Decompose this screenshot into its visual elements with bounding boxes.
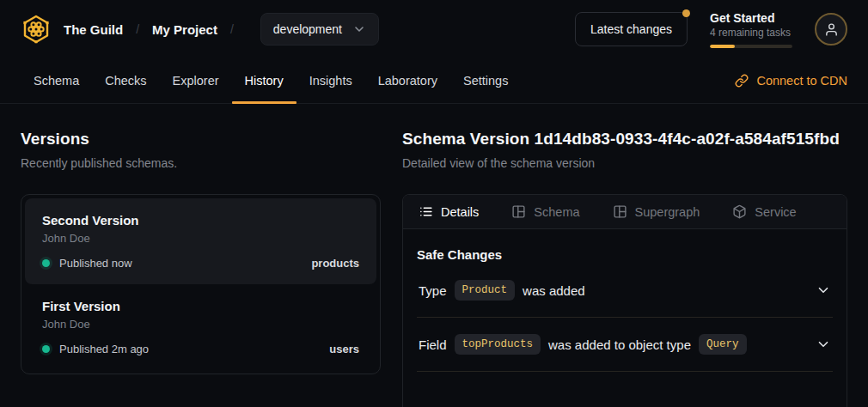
link-icon	[735, 74, 749, 88]
versions-title: Versions	[21, 130, 381, 149]
detail-tab-supergraph[interactable]: Supergraph	[613, 204, 700, 219]
service-tag: products	[311, 257, 359, 270]
get-started-widget[interactable]: Get Started 4 remaining tasks	[710, 11, 792, 48]
detail-tab-label: Schema	[534, 205, 579, 219]
version-title: Second Version	[42, 213, 359, 228]
chevron-down-icon[interactable]	[816, 337, 831, 352]
get-started-title: Get Started	[710, 11, 792, 25]
tab-insights[interactable]: Insights	[296, 58, 365, 103]
notification-dot	[682, 9, 690, 17]
schema-version-title: Schema Version 1d14db83-0933-4f4c-a02f-a…	[402, 130, 847, 149]
tab-laboratory[interactable]: Laboratory	[365, 58, 450, 103]
latest-changes-button[interactable]: Latest changes	[575, 12, 688, 46]
tab-settings[interactable]: Settings	[450, 58, 521, 103]
connect-to-cdn-link[interactable]: Connect to CDN	[735, 58, 847, 103]
detail-tab-service[interactable]: Service	[732, 204, 796, 219]
project-breadcrumb[interactable]: My Project	[152, 22, 217, 37]
org-breadcrumb[interactable]: The Guild	[64, 22, 123, 37]
tab-explorer[interactable]: Explorer	[160, 58, 232, 103]
target-selector-value: development	[273, 22, 342, 36]
version-list-item[interactable]: Second Version John Doe Published now pr…	[25, 198, 376, 284]
change-text: Field	[419, 337, 447, 352]
list-icon	[419, 204, 433, 219]
breadcrumb-separator: /	[230, 22, 234, 36]
published-time: Published now	[59, 257, 132, 270]
change-text: was added	[523, 283, 585, 298]
published-time: Published 2m ago	[59, 343, 149, 355]
user-icon	[824, 22, 839, 37]
target-nav: Schema Checks Explorer History Insights …	[0, 58, 868, 104]
tab-schema[interactable]: Schema	[21, 58, 92, 103]
version-author: John Doe	[42, 318, 359, 331]
published-status-dot	[42, 345, 50, 353]
chevron-down-icon	[352, 22, 366, 36]
detail-tab-label: Service	[755, 205, 796, 219]
service-tag: users	[329, 343, 359, 355]
detail-tabs: Details Schema	[403, 195, 847, 229]
schema-version-subtitle: Detailed view of the schema version	[402, 156, 847, 170]
connect-to-cdn-label: Connect to CDN	[756, 74, 847, 88]
type-name-chip: Query	[699, 334, 747, 355]
detail-tab-details[interactable]: Details	[419, 204, 479, 219]
detail-tab-schema[interactable]: Schema	[511, 204, 579, 219]
breadcrumb-separator: /	[136, 22, 139, 36]
type-name-chip: Product	[455, 280, 516, 301]
get-started-progress-fill	[710, 45, 735, 48]
version-detail-column: Schema Version 1d14db83-0933-4f4c-a02f-a…	[402, 130, 847, 407]
target-selector[interactable]: development	[260, 13, 379, 46]
detail-body: Safe Changes Type Product was added Fiel…	[403, 229, 847, 379]
latest-changes-label: Latest changes	[590, 22, 672, 36]
safe-changes-heading: Safe Changes	[417, 247, 833, 262]
tab-checks[interactable]: Checks	[92, 58, 159, 103]
detail-tab-label: Details	[441, 205, 479, 219]
field-name-chip: topProducts	[455, 334, 541, 355]
layout-columns-icon	[511, 204, 526, 219]
versions-list: Second Version John Doe Published now pr…	[21, 194, 381, 374]
layout-columns-icon	[613, 204, 627, 219]
change-text: was added to object type	[548, 337, 691, 352]
chevron-down-icon[interactable]	[816, 282, 831, 298]
cube-icon	[732, 204, 747, 219]
version-detail-panel: Details Schema	[402, 194, 847, 407]
version-title: First Version	[42, 299, 359, 313]
change-row[interactable]: Type Product was added	[417, 264, 833, 318]
get-started-progressbar	[710, 45, 792, 48]
hive-logo-icon[interactable]	[21, 14, 52, 45]
tab-history[interactable]: History	[232, 58, 296, 103]
published-status-dot	[42, 259, 50, 267]
detail-tab-label: Supergraph	[635, 205, 700, 219]
versions-column: Versions Recently published schemas. Sec…	[21, 130, 381, 407]
change-row[interactable]: Field topProducts was added to object ty…	[417, 318, 833, 372]
versions-subtitle: Recently published schemas.	[21, 156, 381, 170]
main-content: Versions Recently published schemas. Sec…	[0, 104, 868, 407]
get-started-subtitle: 4 remaining tasks	[710, 27, 792, 39]
change-text: Type	[419, 283, 447, 298]
version-author: John Doe	[42, 232, 359, 245]
user-avatar[interactable]	[815, 13, 847, 46]
version-list-item[interactable]: First Version John Doe Published 2m ago …	[25, 284, 376, 370]
app-header: The Guild / My Project / development Lat…	[0, 0, 868, 58]
